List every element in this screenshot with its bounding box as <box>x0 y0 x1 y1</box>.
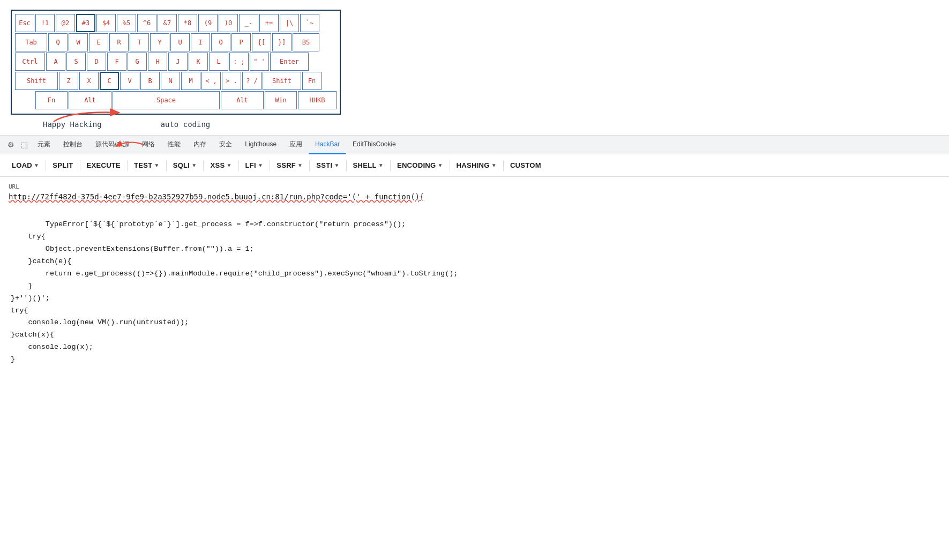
key-k[interactable]: K <box>189 53 208 71</box>
key-z[interactable]: Z <box>59 72 78 90</box>
btn-hashing[interactable]: HASHING ▼ <box>451 158 502 173</box>
tab-performance[interactable]: 性能 <box>161 135 187 154</box>
btn-load[interactable]: LOAD ▼ <box>6 158 44 173</box>
key-lbracket[interactable]: {[ <box>252 33 271 51</box>
btn-ssrf[interactable]: SSRF ▼ <box>271 158 308 173</box>
btn-split[interactable]: SPLIT <box>47 158 78 173</box>
code-line-6: } <box>11 282 33 290</box>
tab-editthiscookie[interactable]: EditThisCookie <box>346 135 402 154</box>
key-m[interactable]: M <box>181 72 200 90</box>
key-u[interactable]: U <box>170 33 190 51</box>
key-1[interactable]: !1 <box>35 14 55 32</box>
key-4[interactable]: $4 <box>96 14 116 32</box>
code-line-4: }catch(e){ <box>11 257 71 265</box>
key-minus[interactable]: _- <box>239 14 258 32</box>
key-f[interactable]: F <box>107 53 126 71</box>
tab-console[interactable]: 控制台 <box>57 135 89 154</box>
btn-ssti[interactable]: SSTI ▼ <box>311 158 345 173</box>
key-x[interactable]: X <box>79 72 99 90</box>
key-l[interactable]: L <box>209 53 228 71</box>
key-rbracket[interactable]: }] <box>272 33 292 51</box>
key-r[interactable]: R <box>109 33 129 51</box>
tab-memory[interactable]: 内存 <box>187 135 213 154</box>
btn-encoding[interactable]: ENCODING ▼ <box>392 158 449 173</box>
key-b[interactable]: B <box>140 72 160 90</box>
key-alt-left[interactable]: Alt <box>69 91 111 109</box>
devtools-icon-cursor[interactable]: ⚙ <box>4 140 18 149</box>
xss-arrow-icon: ▼ <box>226 162 231 168</box>
key-q[interactable]: Q <box>48 33 68 51</box>
tab-sources[interactable]: 源代码/来源 <box>89 135 136 154</box>
sep-10 <box>390 160 391 171</box>
key-d[interactable]: D <box>87 53 106 71</box>
key-row-2: Tab Q W E R T Y U I O P {[ }] BS <box>15 33 337 51</box>
key-equals[interactable]: += <box>259 14 279 32</box>
key-7[interactable]: &7 <box>158 14 177 32</box>
key-3[interactable]: #3 <box>76 14 95 32</box>
code-line-5: return e.get_process(()=>{}).mainModule.… <box>11 270 458 278</box>
key-bs[interactable]: BS <box>293 33 319 51</box>
key-ctrl[interactable]: Ctrl <box>15 53 45 71</box>
url-value[interactable]: http://72ff482d-375d-4ee7-9fe9-b2a352927… <box>9 192 940 201</box>
key-t[interactable]: T <box>130 33 149 51</box>
key-backtick[interactable]: `~ <box>300 14 319 32</box>
sep-5 <box>203 160 204 171</box>
btn-execute[interactable]: EXECUTE <box>81 158 126 173</box>
key-s[interactable]: S <box>66 53 86 71</box>
key-period[interactable]: > . <box>222 72 241 90</box>
load-arrow-icon: ▼ <box>34 162 39 168</box>
key-e[interactable]: E <box>89 33 108 51</box>
key-backslash[interactable]: |\ <box>280 14 299 32</box>
key-8[interactable]: *8 <box>178 14 197 32</box>
btn-sqli[interactable]: SQLI ▼ <box>168 158 203 173</box>
tab-elements[interactable]: 元素 <box>31 135 57 154</box>
hackbar-toolbar: LOAD ▼ SPLIT EXECUTE TEST ▼ SQLI ▼ XSS ▼… <box>0 154 949 177</box>
key-fn-r[interactable]: Fn <box>302 72 322 90</box>
key-space[interactable]: Space <box>113 91 220 109</box>
btn-xss[interactable]: XSS ▼ <box>205 158 237 173</box>
key-g[interactable]: G <box>128 53 147 71</box>
key-c[interactable]: C <box>100 72 119 90</box>
key-o[interactable]: O <box>211 33 230 51</box>
key-w[interactable]: W <box>69 33 88 51</box>
key-hhkb[interactable]: HHKB <box>298 91 337 109</box>
key-slash[interactable]: ? / <box>242 72 261 90</box>
key-semicolon[interactable]: : ; <box>229 53 249 71</box>
key-esc[interactable]: Esc <box>15 14 34 32</box>
key-fn[interactable]: Fn <box>35 91 68 109</box>
key-tab[interactable]: Tab <box>15 33 47 51</box>
key-i[interactable]: I <box>191 33 210 51</box>
btn-custom[interactable]: CUSTOM <box>505 158 547 173</box>
key-alt-right[interactable]: Alt <box>221 91 264 109</box>
btn-lfi[interactable]: LFI ▼ <box>240 158 269 173</box>
key-shift-right[interactable]: Shift <box>263 72 301 90</box>
key-6[interactable]: ^6 <box>137 14 156 32</box>
keyboard: Esc !1 @2 #3 $4 %5 ^6 &7 *8 (9 )0 _- += … <box>11 10 341 115</box>
key-quote[interactable]: " ' <box>250 53 269 71</box>
tab-application[interactable]: 应用 <box>283 135 309 154</box>
key-9[interactable]: (9 <box>198 14 218 32</box>
key-shift-left[interactable]: Shift <box>15 72 58 90</box>
key-v[interactable]: V <box>120 72 139 90</box>
key-win[interactable]: Win <box>265 91 297 109</box>
key-0[interactable]: )0 <box>219 14 238 32</box>
key-n[interactable]: N <box>161 72 180 90</box>
devtools-icon-inspect[interactable]: ⬚ <box>18 140 31 149</box>
sep-1 <box>46 160 46 171</box>
tab-hackbar[interactable]: HackBar <box>309 135 346 154</box>
btn-shell[interactable]: SHELL ▼ <box>348 158 389 173</box>
btn-test[interactable]: TEST ▼ <box>129 158 165 173</box>
key-comma[interactable]: < , <box>201 72 221 90</box>
key-j[interactable]: J <box>168 53 188 71</box>
key-enter[interactable]: Enter <box>270 53 309 71</box>
tab-network[interactable]: 网络 <box>136 135 161 154</box>
key-y[interactable]: Y <box>150 33 169 51</box>
tab-lighthouse[interactable]: Lighthouse <box>238 135 283 154</box>
key-h[interactable]: H <box>148 53 167 71</box>
key-5[interactable]: %5 <box>117 14 136 32</box>
lfi-arrow-icon: ▼ <box>258 162 263 168</box>
key-a[interactable]: A <box>46 53 65 71</box>
key-p[interactable]: P <box>231 33 251 51</box>
key-2[interactable]: @2 <box>56 14 75 32</box>
tab-security[interactable]: 安全 <box>213 135 238 154</box>
